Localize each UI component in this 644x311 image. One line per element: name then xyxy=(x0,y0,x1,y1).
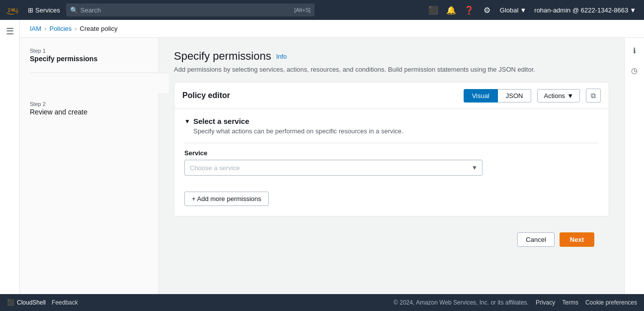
right-panel: ℹ ◷ xyxy=(624,38,644,294)
user-menu[interactable]: rohan-admin @ 6222-1342-8663 ▼ xyxy=(531,6,639,14)
terminal-icon[interactable]: ⬛ xyxy=(425,2,441,18)
services-label: Services xyxy=(35,6,60,14)
copyright-text: © 2024, Amazon Web Services, Inc. or its… xyxy=(394,299,529,306)
step-2-label: Step 2 xyxy=(30,101,149,107)
service-label: Service xyxy=(184,149,599,157)
breadcrumb-current: Create policy xyxy=(80,25,118,32)
aws-logo[interactable] xyxy=(5,4,23,15)
nav-icons: ⬛ 🔔 ❓ ⚙ Global ▼ rohan-admin @ 6222-1342… xyxy=(425,2,639,18)
section-chevron-icon: ▼ xyxy=(184,118,190,125)
sidebar-toggle[interactable]: ☰ xyxy=(0,20,20,294)
steps-panel: Step 1 Specify permissions Step 2 Review… xyxy=(20,38,159,294)
service-select-wrapper[interactable]: Choose a service ▼ xyxy=(184,160,483,176)
feedback-link[interactable]: Feedback xyxy=(52,299,78,306)
tab-visual[interactable]: Visual xyxy=(464,89,498,103)
hamburger-icon[interactable]: ☰ xyxy=(6,26,14,37)
next-button[interactable]: Next xyxy=(560,232,594,247)
split-view-button[interactable]: ⧉ xyxy=(586,89,601,103)
region-chevron-icon: ▼ xyxy=(520,6,526,14)
help-icon[interactable]: ❓ xyxy=(461,2,477,18)
footer-links: © 2024, Amazon Web Services, Inc. or its… xyxy=(394,299,637,306)
split-view-icon: ⧉ xyxy=(591,92,596,100)
bottom-bar: ⬛ CloudShell Feedback © 2024, Amazon Web… xyxy=(0,294,644,311)
actions-chevron-icon: ▼ xyxy=(567,92,573,100)
service-select[interactable]: Choose a service xyxy=(184,160,483,176)
user-label: rohan-admin @ 6222-1342-8663 xyxy=(534,6,628,14)
actions-label: Actions xyxy=(544,92,565,100)
user-chevron-icon: ▼ xyxy=(630,6,636,14)
page-title-row: Specify permissions Info xyxy=(174,50,609,63)
page-content: Step 1 Specify permissions Step 2 Review… xyxy=(20,38,644,294)
add-permissions-container: + Add more permissions xyxy=(174,184,609,216)
history-panel-icon[interactable]: ◷ xyxy=(627,63,643,79)
select-service-section: ▼ Select a service Specify what actions … xyxy=(174,109,609,184)
search-shortcut: [Alt+S] xyxy=(294,7,311,13)
breadcrumb-sep-1: › xyxy=(44,25,46,32)
main-content: Specify permissions Info Add permissions… xyxy=(159,38,624,294)
step-1-name: Specify permissions xyxy=(30,55,149,63)
cloudshell-icon: ⬛ xyxy=(7,299,14,306)
main-wrapper: ☰ IAM › Policies › Create policy Step 1 … xyxy=(0,20,644,294)
search-bar[interactable]: 🔍 [Alt+S] xyxy=(66,3,315,16)
info-panel-icon[interactable]: ℹ xyxy=(627,43,643,59)
bell-icon[interactable]: 🔔 xyxy=(443,2,459,18)
actions-button[interactable]: Actions ▼ xyxy=(537,89,580,103)
search-icon: 🔍 xyxy=(70,6,78,14)
grid-icon: ⊞ xyxy=(28,6,33,14)
cloudshell-button[interactable]: ⬛ CloudShell xyxy=(7,299,46,306)
step-2: Step 2 Review and create xyxy=(30,101,149,116)
search-input[interactable] xyxy=(80,6,291,14)
service-field: Service Choose a service ▼ xyxy=(184,149,599,176)
section-subtitle: Specify what actions can be performed on… xyxy=(193,127,599,135)
section-divider xyxy=(184,143,599,143)
cloudshell-label: CloudShell xyxy=(17,299,46,306)
step-1: Step 1 Specify permissions xyxy=(30,48,149,63)
breadcrumb-iam[interactable]: IAM xyxy=(30,25,41,32)
privacy-link[interactable]: Privacy xyxy=(536,299,555,306)
policy-editor-card: Policy editor Visual JSON Actions ▼ ⧉ xyxy=(174,82,609,216)
region-label: Global xyxy=(500,6,519,14)
breadcrumb-policies[interactable]: Policies xyxy=(49,25,72,32)
page-subtitle: Add permissions by selecting services, a… xyxy=(174,66,609,73)
editor-tabs: Visual JSON xyxy=(464,89,532,103)
content-area: IAM › Policies › Create policy Step 1 Sp… xyxy=(20,20,644,294)
top-nav: ⊞ Services 🔍 [Alt+S] ⬛ 🔔 ❓ ⚙ Global ▼ ro… xyxy=(0,0,644,20)
section-header: ▼ Select a service xyxy=(184,117,599,125)
breadcrumb-sep-2: › xyxy=(75,25,77,32)
region-select[interactable]: Global ▼ xyxy=(497,6,529,14)
add-permissions-button[interactable]: + Add more permissions xyxy=(184,192,269,206)
policy-editor-title: Policy editor xyxy=(182,91,458,100)
section-title: Select a service xyxy=(193,117,249,125)
cookie-preferences-link[interactable]: Cookie preferences xyxy=(585,299,637,306)
info-link[interactable]: Info xyxy=(276,53,287,60)
cancel-button[interactable]: Cancel xyxy=(517,232,554,247)
services-menu[interactable]: ⊞ Services xyxy=(28,6,60,14)
settings-icon[interactable]: ⚙ xyxy=(479,2,495,18)
step-2-name: Review and create xyxy=(30,108,149,116)
terms-link[interactable]: Terms xyxy=(562,299,578,306)
step-1-label: Step 1 xyxy=(30,48,149,54)
policy-editor-header: Policy editor Visual JSON Actions ▼ ⧉ xyxy=(174,83,609,109)
tab-json[interactable]: JSON xyxy=(498,89,532,103)
page-title: Specify permissions xyxy=(174,50,271,63)
breadcrumb: IAM › Policies › Create policy xyxy=(20,20,644,38)
footer-actions: Cancel Next xyxy=(174,224,609,255)
